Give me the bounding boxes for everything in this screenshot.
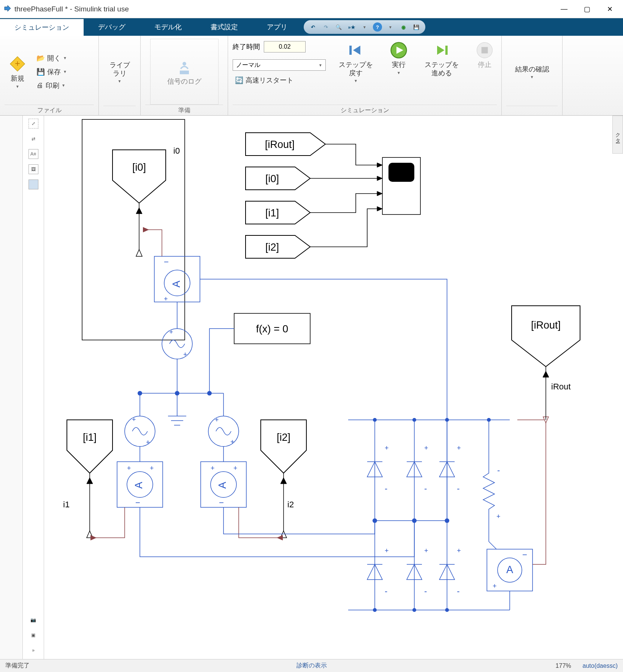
search-icon[interactable]: 🔍 bbox=[334, 22, 343, 32]
help-icon[interactable]: ? bbox=[373, 22, 382, 32]
svg-rect-4 bbox=[349, 46, 352, 55]
subsystem-icon[interactable]: ▣ bbox=[29, 630, 38, 640]
new-dropdown-icon: ▼ bbox=[16, 84, 19, 89]
undo-icon[interactable]: ↶ bbox=[308, 22, 317, 32]
goto-i0-label: [i0] bbox=[132, 162, 146, 173]
svg-text:f(x) = 0: f(x) = 0 bbox=[256, 323, 289, 335]
simulation-mode-select[interactable]: ノーマル▼ bbox=[233, 59, 326, 71]
area-icon[interactable] bbox=[29, 180, 38, 189]
from-irout-block[interactable]: [iRout] bbox=[246, 133, 325, 156]
svg-text:i2: i2 bbox=[287, 500, 294, 509]
new-button[interactable]: + 新規 ▼ bbox=[5, 39, 30, 105]
log-signals-button[interactable]: 信号のログ bbox=[150, 39, 219, 105]
expand-icon[interactable]: » bbox=[29, 645, 38, 655]
from-i1-block[interactable]: [i1] bbox=[246, 201, 310, 224]
svg-rect-9 bbox=[445, 46, 448, 55]
diode-bridge[interactable]: +- +- +- +- +- +- bbox=[348, 418, 510, 612]
titlebar: threePhaseFull * - Simulink trial use — … bbox=[0, 0, 623, 18]
fit-view-icon[interactable]: ⤢ bbox=[29, 119, 38, 129]
svg-text:A: A bbox=[506, 564, 513, 575]
svg-point-97 bbox=[487, 418, 491, 422]
svg-text:+: + bbox=[493, 582, 497, 590]
close-button[interactable]: ✕ bbox=[604, 3, 615, 15]
svg-marker-8 bbox=[437, 46, 444, 55]
tab-format[interactable]: 書式設定 bbox=[196, 18, 252, 36]
tab-modeling[interactable]: モデル化 bbox=[140, 18, 196, 36]
svg-text:−: − bbox=[135, 498, 140, 507]
svg-text:+: + bbox=[146, 438, 150, 446]
solver-link[interactable]: auto(daessc) bbox=[583, 662, 618, 669]
run-button[interactable]: 実行 ▼ bbox=[386, 39, 412, 77]
open-button[interactable]: 📂開く▼ bbox=[34, 52, 69, 64]
svg-text:[i2]: [i2] bbox=[265, 241, 279, 253]
library-button[interactable]: ライブラリ ▼ bbox=[103, 39, 136, 106]
favorites-icon[interactable]: »★ bbox=[347, 22, 356, 32]
svg-text:-: - bbox=[385, 586, 387, 596]
save-icon[interactable]: 💾 bbox=[412, 22, 421, 32]
model-browser-strip[interactable] bbox=[0, 116, 23, 659]
group-label-file: ファイル bbox=[5, 105, 94, 114]
goto-irout-block[interactable] bbox=[512, 306, 580, 367]
svg-text:-: - bbox=[457, 586, 460, 596]
minimize-button[interactable]: — bbox=[558, 3, 570, 15]
maximize-button[interactable]: ▢ bbox=[581, 3, 593, 15]
diagram-canvas[interactable]: [i0] i0 [iRout] [i0] [i1] [i2] A − + f(x… bbox=[44, 116, 612, 659]
save-button[interactable]: 💾保存▼ bbox=[34, 66, 69, 78]
property-inspector-tab[interactable]: クター bbox=[612, 116, 623, 154]
svg-text:+: + bbox=[496, 513, 501, 520]
svg-text:+: + bbox=[164, 295, 168, 303]
stop-button[interactable]: 停止 bbox=[472, 39, 498, 71]
toolstrip-tabs: シミュレーション デバッグ モデル化 書式設定 アプリ ↶ ↷ 🔍 »★ ▼ ?… bbox=[0, 18, 623, 36]
svg-text:+: + bbox=[233, 464, 238, 472]
print-button[interactable]: 🖨印刷▼ bbox=[34, 80, 69, 91]
svg-text:−: − bbox=[164, 257, 169, 267]
image-icon[interactable]: 🖼 bbox=[29, 164, 38, 174]
svg-text:A: A bbox=[133, 482, 144, 489]
svg-point-2 bbox=[182, 62, 186, 66]
svg-marker-5 bbox=[353, 46, 360, 55]
quick-access-toolbar: ↶ ↷ 🔍 »★ ▼ ? ▼ ◉ 💾 bbox=[304, 20, 425, 34]
signal-i0-label: i0 bbox=[173, 146, 180, 156]
svg-text:+: + bbox=[150, 464, 154, 472]
diagnostics-link[interactable]: 診断の表示 bbox=[296, 662, 327, 670]
step-back-button[interactable]: ステップを 戻す ▼ bbox=[335, 39, 377, 85]
svg-text:+: + bbox=[132, 416, 136, 423]
window-controls: — ▢ ✕ bbox=[558, 3, 615, 15]
target-icon[interactable]: ◉ bbox=[399, 22, 408, 32]
svg-text:+: + bbox=[424, 547, 428, 554]
fast-restart-button[interactable]: 🔄高速リスタート bbox=[233, 75, 326, 86]
zoom-level[interactable]: 177% bbox=[556, 662, 571, 669]
arrows-icon[interactable]: ⇄ bbox=[29, 134, 38, 144]
svg-text:+: + bbox=[215, 416, 219, 424]
screenshot-icon[interactable]: 📷 bbox=[29, 615, 38, 625]
svg-text:[iRout]: [iRout] bbox=[265, 139, 295, 150]
svg-text:i1: i1 bbox=[63, 500, 70, 509]
fast-restart-icon: 🔄 bbox=[235, 76, 243, 84]
tab-simulation[interactable]: シミュレーション bbox=[0, 18, 84, 36]
from-i0-block[interactable]: [i0] bbox=[246, 167, 310, 190]
svg-text:A: A bbox=[217, 482, 228, 489]
help-dropdown[interactable]: ▼ bbox=[386, 22, 395, 32]
group-label-simulate: シミュレーション bbox=[233, 105, 497, 114]
stop-time-input[interactable] bbox=[264, 41, 306, 52]
tab-apps[interactable]: アプリ bbox=[252, 18, 302, 36]
svg-marker-105 bbox=[543, 371, 549, 377]
redo-icon[interactable]: ↷ bbox=[321, 22, 330, 32]
ribbon: + 新規 ▼ 📂開く▼ 💾保存▼ 🖨印刷▼ ファイル ライブラリ ▼ bbox=[0, 36, 623, 116]
simulink-icon bbox=[4, 5, 11, 13]
review-results-button[interactable]: 結果の確認 ▼ bbox=[511, 39, 553, 106]
svg-text:+: + bbox=[385, 547, 389, 554]
svg-text:+: + bbox=[183, 351, 187, 358]
svg-text:+: + bbox=[424, 444, 428, 452]
from-i2-block[interactable]: [i2] bbox=[246, 235, 310, 258]
goto-i1-block[interactable] bbox=[67, 420, 113, 473]
resistor-load[interactable] bbox=[483, 420, 495, 542]
svg-text:[iRout]: [iRout] bbox=[531, 319, 561, 331]
svg-text:+: + bbox=[230, 438, 235, 446]
step-forward-button[interactable]: ステップを 進める bbox=[421, 39, 463, 79]
goto-i2-block[interactable] bbox=[261, 420, 306, 473]
svg-text:iRout: iRout bbox=[551, 382, 571, 391]
tab-debug[interactable]: デバッグ bbox=[84, 18, 140, 36]
annotation-icon[interactable]: A≡ bbox=[29, 149, 38, 159]
qab-dropdown[interactable]: ▼ bbox=[360, 22, 369, 32]
